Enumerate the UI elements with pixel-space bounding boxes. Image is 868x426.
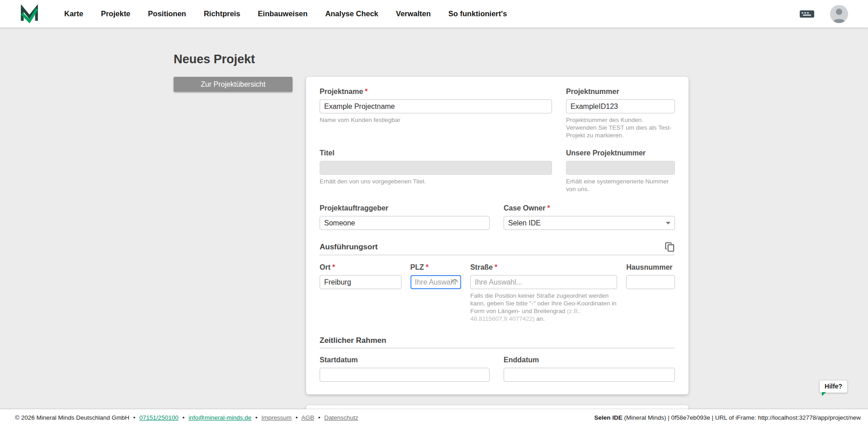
required-asterisk: * [495,263,497,271]
enddatum-field: Enddatum [504,356,675,382]
plz-label: PLZ* [410,263,462,272]
hausnummer-input[interactable] [626,275,675,289]
mineral-minds-logo-icon[interactable] [20,5,39,23]
session-user: Selen IDE [594,414,622,421]
plz-field: PLZ* [410,263,462,323]
agb-link[interactable]: AGB [302,414,315,421]
hausnummer-field: Hausnummer [626,263,675,323]
hausnummer-label: Hausnummer [626,263,675,272]
ort-field: Ort* [320,263,401,323]
projektname-field: Projektname* Name vom Kunden festlegbar [320,88,552,139]
titel-field: Titel Erhält den von uns vorgegebenen Ti… [320,149,552,193]
footer-left: © 2026 Mineral Minds Deutschland GmbH • … [15,414,358,421]
server-icon[interactable] [799,9,815,19]
startdatum-field: Startdatum [320,356,490,382]
zeitlicher-rahmen-section-header: Zeitlicher Rahmen [320,336,675,348]
copy-icon [665,242,675,252]
zeitlicher-rahmen-heading: Zeitlicher Rahmen [320,336,386,345]
ausfuehrungsort-section-header: Ausführungsort [320,242,675,255]
projektnummer-label: Projektnummer [566,88,675,96]
strasse-helper: Falls die Position keiner Straße zugeord… [470,292,617,323]
required-asterisk: * [332,263,335,271]
help-button[interactable]: Hilfe? [819,380,848,393]
person-icon [830,5,848,23]
nav-item-so-funktionierts[interactable]: So funktioniert's [448,9,507,18]
nav-item-positionen[interactable]: Positionen [148,9,186,18]
page-title: Neues Projekt [174,52,255,66]
datenschutz-link[interactable]: Datenschutz [324,414,358,421]
projektnummer-input[interactable] [566,99,675,113]
top-navbar: Karte Projekte Positionen Richtpreis Ein… [0,0,868,28]
enddatum-input[interactable] [504,368,675,382]
projektname-helper: Name vom Kunden festlegbar [320,116,552,124]
startdatum-label: Startdatum [320,356,490,364]
projektauftraggeber-field: Projektauftraggeber [320,204,490,230]
main-nav: Karte Projekte Positionen Richtpreis Ein… [64,9,507,18]
required-asterisk: * [426,263,429,271]
email-link[interactable]: info@mineral-minds.de [189,414,251,421]
copy-button[interactable] [665,242,675,252]
titel-label: Titel [320,149,552,157]
unsere-projektnummer-field: Unsere Projektnummer Erhält eine systemg… [566,149,675,193]
nav-item-projekte[interactable]: Projekte [101,9,130,18]
strasse-field: Straße* Falls die Position keiner Straße… [470,263,617,323]
unsere-projektnummer-helper: Erhält eine systemgenerierte Nummer von … [566,178,675,193]
strasse-label: Straße* [470,263,617,272]
enddatum-label: Enddatum [504,356,675,364]
new-project-form-card: Projektname* Name vom Kunden festlegbar … [306,77,689,394]
user-avatar[interactable] [830,5,848,23]
unsere-projektnummer-label: Unsere Projektnummer [566,149,675,157]
footer-session-info: Selen IDE (Mineral Minds) | 0f58e7eb093e… [594,414,861,421]
nav-item-verwalten[interactable]: Verwalten [396,9,431,18]
case-owner-select[interactable]: Selen IDE [504,216,675,230]
footer: © 2026 Mineral Minds Deutschland GmbH • … [0,409,868,426]
unsere-projektnummer-input [566,161,675,175]
titel-input [320,161,552,175]
projektnummer-field: Projektnummer Projektnummer des Kunden. … [566,88,675,139]
nav-item-richtpreis[interactable]: Richtpreis [204,9,241,18]
nav-item-analyse-check[interactable]: Analyse Check [325,9,378,18]
titel-helper: Erhält den von uns vorgegebenen Titel. [320,178,552,185]
strasse-input[interactable] [470,275,617,289]
projektnummer-helper: Projektnummer des Kunden. Verwenden Sie … [566,116,675,139]
ort-input[interactable] [320,275,401,289]
impressum-link[interactable]: Impressum [261,414,292,421]
nav-item-karte[interactable]: Karte [64,9,83,18]
ausfuehrungsort-heading: Ausführungsort [320,243,377,252]
projektname-input[interactable] [320,99,552,113]
projektauftraggeber-label: Projektauftraggeber [320,204,490,212]
phone-link[interactable]: 07151/250100 [139,414,178,421]
case-owner-value: Selen IDE [508,219,541,227]
copyright-text: © 2026 Mineral Minds Deutschland GmbH [15,414,129,421]
required-asterisk: * [547,204,550,212]
required-asterisk: * [365,88,368,95]
case-owner-field: Case Owner* Selen IDE [504,204,675,230]
projektauftraggeber-input[interactable] [320,216,490,230]
projektname-label: Projektname* [320,88,552,96]
chevron-down-icon [666,222,670,225]
ort-label: Ort* [320,263,401,272]
navbar-right [799,5,848,23]
case-owner-label: Case Owner* [504,204,675,212]
nav-item-einbauweisen[interactable]: Einbauweisen [258,9,307,18]
startdatum-input[interactable] [320,368,490,382]
back-to-project-overview-button[interactable]: Zur Projektübersicht [174,77,292,92]
session-details: (Mineral Minds) | 0f58e7eb093e | URL of … [623,414,861,421]
